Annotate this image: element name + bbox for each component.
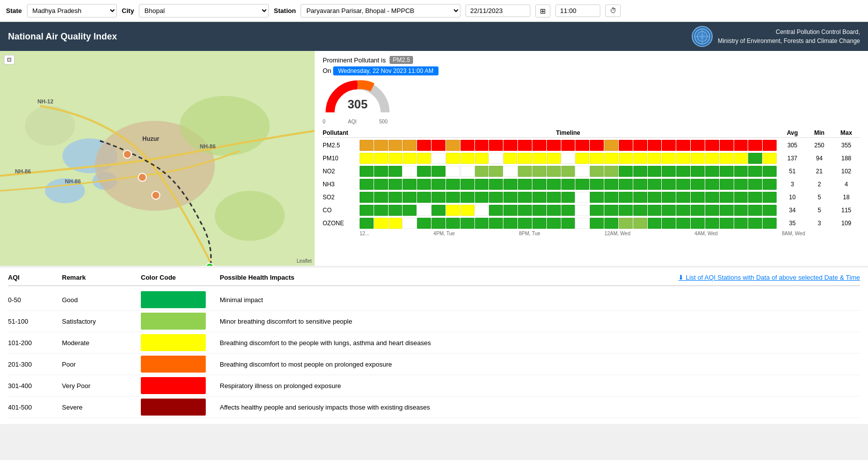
bar-segment — [460, 140, 474, 151]
bar-segment — [489, 218, 503, 229]
timeline-bar — [360, 166, 777, 177]
poll-avg: 10 — [779, 194, 806, 201]
svg-text:NH-86: NH-86 — [15, 168, 31, 174]
bar-segment — [475, 205, 489, 216]
bar-segment — [575, 179, 589, 190]
state-select[interactable]: Madhya Pradesh — [27, 4, 117, 17]
svg-point-18 — [123, 150, 131, 158]
legend-remark: Poor — [62, 361, 137, 368]
download-link[interactable]: ⬇ List of AQI Stations with Data of abov… — [678, 274, 860, 281]
bar-segment — [475, 140, 489, 151]
poll-avg: 35 — [779, 220, 806, 227]
poll-row: OZONE353109 — [323, 218, 860, 229]
bar-segment — [748, 205, 762, 216]
bar-segment — [633, 140, 647, 151]
bar-segment — [403, 140, 417, 151]
bar-segment — [547, 205, 561, 216]
bar-segment — [532, 153, 546, 164]
legend-rows: 0-50GoodMinimal impact51-100Satisfactory… — [8, 289, 860, 418]
on-label: On — [323, 67, 333, 74]
bar-segment — [648, 192, 662, 203]
bar-segment — [446, 218, 460, 229]
org-info: Central Pollution Control Board, Ministr… — [718, 27, 860, 45]
bar-segment — [619, 140, 633, 151]
bar-segment — [503, 166, 517, 177]
legend-aqi: 201-300 — [8, 361, 58, 368]
bar-segment — [503, 205, 517, 216]
bar-segment — [763, 153, 777, 164]
bar-segment — [734, 179, 748, 190]
clock-button[interactable]: ⏱ — [605, 4, 621, 17]
poll-name: SO2 — [323, 194, 358, 201]
poll-name: NO2 — [323, 168, 358, 175]
poll-row: NH3324 — [323, 179, 860, 190]
bar-segment — [662, 205, 676, 216]
bar-segment — [460, 205, 474, 216]
poll-avg: 305 — [779, 142, 806, 149]
aqi-panel: Prominent Pollutant is PM2.5 On Wednesda… — [315, 51, 868, 266]
bar-segment — [691, 153, 705, 164]
bar-segment — [360, 140, 374, 151]
bar-segment — [676, 140, 690, 151]
bar-segment — [518, 179, 532, 190]
timeline-bar — [360, 218, 777, 229]
bar-segment — [676, 218, 690, 229]
bar-segment — [389, 140, 403, 151]
bar-segment — [432, 153, 445, 164]
bar-segment — [417, 179, 431, 190]
grid-button[interactable]: ⊞ — [535, 4, 550, 17]
bar-segment — [518, 153, 532, 164]
bar-segment — [403, 218, 417, 229]
legend-impact: Breathing discomfort to most people on p… — [220, 361, 860, 368]
main-content: ⊡ NH-12 NH-86 NH-86 NH-86 — [0, 51, 868, 266]
poll-row: NO25121102 — [323, 166, 860, 177]
bar-segment — [547, 218, 561, 229]
poll-name: CO — [323, 207, 358, 214]
map-toggle-button[interactable]: ⊡ — [4, 55, 14, 64]
time-label: 8PM, Tue — [519, 231, 540, 236]
bar-segment — [417, 218, 431, 229]
bar-segment — [705, 140, 719, 151]
bar-segment — [389, 179, 403, 190]
bar-segment — [676, 153, 690, 164]
poll-name: OZONE — [323, 220, 358, 227]
poll-min: 94 — [808, 155, 831, 162]
date-input[interactable] — [465, 4, 530, 17]
bar-segment — [633, 205, 647, 216]
bar-segment — [532, 218, 546, 229]
gauge-scale: 0 AQI 500 — [323, 119, 388, 124]
bar-segment — [748, 153, 762, 164]
bar-segment — [460, 166, 474, 177]
bar-segment — [389, 218, 403, 229]
bar-segment — [691, 218, 705, 229]
bar-segment — [590, 179, 604, 190]
bar-segment — [720, 166, 734, 177]
bar-segment — [604, 140, 618, 151]
time-axis: 12...4PM, Tue8PM, Tue12AM, Wed4AM, Wed8A… — [323, 231, 860, 236]
time-input[interactable] — [555, 4, 600, 17]
bar-segment — [561, 166, 575, 177]
gauge-container: 305 0 AQI 500 — [323, 77, 393, 124]
city-select[interactable]: Bhopal — [139, 4, 269, 17]
bar-segment — [389, 153, 403, 164]
legend-remark: Moderate — [62, 339, 137, 347]
bar-segment — [403, 192, 417, 203]
svg-text:NH-12: NH-12 — [37, 98, 53, 104]
bar-segment — [432, 192, 445, 203]
station-select[interactable]: Paryavaran Parisar, Bhopal - MPPCB — [301, 4, 460, 17]
svg-text:NH-86: NH-86 — [200, 143, 216, 149]
prominent-row: Prominent Pollutant is PM2.5 — [323, 56, 860, 64]
bar-segment — [561, 192, 575, 203]
legend-color-block — [141, 377, 206, 394]
legend-row: 51-100SatisfactoryMinor breathing discom… — [8, 311, 860, 332]
gauge-svg: 305 — [323, 77, 393, 117]
station-label: Station — [274, 7, 296, 14]
bar-segment — [705, 153, 719, 164]
bar-segment — [518, 218, 532, 229]
bar-segment — [475, 192, 489, 203]
legend-row: 301-400Very PoorRespiratory illness on p… — [8, 375, 860, 397]
bar-segment — [417, 153, 431, 164]
poll-max: 102 — [833, 168, 860, 175]
bar-segment — [532, 179, 546, 190]
bar-segment — [475, 166, 489, 177]
